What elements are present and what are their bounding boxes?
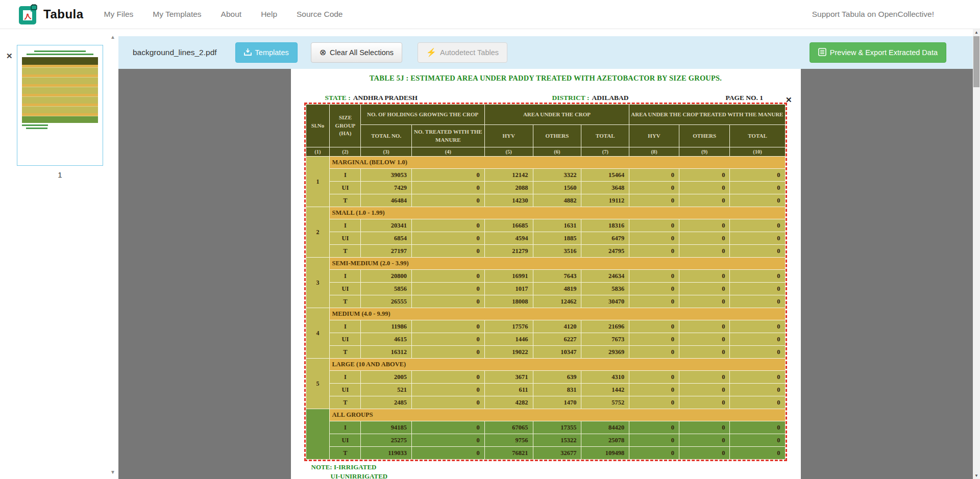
value-cell: 0	[679, 447, 730, 460]
remove-file-icon[interactable]: ✕	[6, 52, 13, 61]
value-cell: 0	[679, 320, 730, 333]
selection-close-icon[interactable]: ✕	[786, 95, 792, 105]
value-cell: 0	[629, 434, 679, 447]
export-table-icon	[818, 48, 826, 58]
value-cell: 611	[484, 384, 533, 396]
value-cell: 0	[629, 232, 679, 245]
value-cell: 0	[412, 295, 485, 308]
sidebar-scroll-up-icon[interactable]: ▲	[110, 34, 115, 40]
subheader-others: OTHERS	[533, 125, 581, 147]
value-cell: 5836	[581, 283, 629, 295]
value-cell: 639	[533, 371, 581, 384]
value-cell: 521	[361, 384, 412, 396]
value-cell: 0	[679, 421, 730, 434]
table-row: T46484014230488219112000	[306, 194, 785, 207]
group-label: MEDIUM (4.0 - 9.99)	[330, 308, 785, 320]
value-cell: 0	[730, 421, 785, 434]
pdf-note: NOTE: I-IRRIGATED UI-UNIRRIGATED	[311, 463, 388, 479]
pdf-data-table: Sl.No SIZE GROUP (HA) NO. OF HOLDINGS GR…	[306, 104, 786, 460]
value-cell: 0	[629, 396, 679, 409]
nav-about[interactable]: About	[221, 10, 242, 19]
value-cell: 20341	[361, 219, 412, 232]
value-cell: 16991	[484, 270, 533, 283]
value-cell: 119033	[361, 447, 412, 460]
row-type-cell: UI	[330, 434, 361, 447]
value-cell: 16685	[484, 219, 533, 232]
value-cell: 19022	[484, 346, 533, 359]
value-cell: 39053	[361, 169, 412, 182]
nav-help[interactable]: Help	[261, 10, 277, 19]
support-link[interactable]: Support Tabula on OpenCollective!	[812, 10, 934, 19]
value-cell: 26555	[361, 295, 412, 308]
table-row: I39053012142332215464000	[306, 169, 785, 182]
tabula-app: Tabula My Files My Templates About Help …	[0, 0, 980, 479]
subheader-others2: OTHERS	[679, 125, 730, 147]
row-type-cell: UI	[330, 232, 361, 245]
row-type-cell: UI	[330, 182, 361, 194]
value-cell: 2088	[484, 182, 533, 194]
document-filename: background_lines_2.pdf	[133, 48, 217, 57]
value-cell: 0	[679, 182, 730, 194]
clear-circle-x-icon: ⊗	[320, 48, 326, 57]
value-cell: 0	[679, 232, 730, 245]
value-cell: 0	[629, 182, 679, 194]
value-cell: 4594	[484, 232, 533, 245]
value-cell: 0	[679, 434, 730, 447]
value-cell: 1885	[533, 232, 581, 245]
value-cell: 0	[730, 295, 785, 308]
pdf-page[interactable]: TABLE 5J : ESTIMATED AREA UNDER PADDY TR…	[291, 69, 801, 479]
value-cell: 0	[730, 434, 785, 447]
value-cell: 0	[730, 371, 785, 384]
value-cell: 0	[679, 384, 730, 396]
pdf-table-body: 1MARGINAL (BELOW 1.0)I390530121423322154…	[306, 157, 785, 460]
group-band-row: 5LARGE (10 AND ABOVE)	[306, 359, 785, 371]
slno-cell: 1	[306, 157, 330, 207]
clear-all-selections-button[interactable]: ⊗ Clear All Selections	[311, 42, 402, 63]
value-cell: 0	[629, 295, 679, 308]
brand[interactable]: Tabula	[19, 4, 84, 24]
group-band-row: 4MEDIUM (4.0 - 9.99)	[306, 308, 785, 320]
value-cell: 1470	[533, 396, 581, 409]
page-thumbnail[interactable]	[17, 45, 103, 166]
value-cell: 27197	[361, 245, 412, 258]
slno-cell: 5	[306, 359, 330, 409]
value-cell: 21279	[484, 245, 533, 258]
table-row: T163120190221034729369000	[306, 346, 785, 359]
subheader-no-treated: NO. TREATED WITH THE MANURE	[412, 125, 485, 147]
row-type-cell: I	[330, 320, 361, 333]
value-cell: 0	[412, 232, 485, 245]
scrollbar-thumb[interactable]	[973, 36, 979, 87]
row-type-cell: I	[330, 169, 361, 182]
scrollbar-up-icon[interactable]: ▲	[973, 30, 980, 35]
nav-source-code[interactable]: Source Code	[297, 10, 342, 19]
sidebar-scroll-down-icon[interactable]: ▼	[110, 469, 115, 475]
header-slno: Sl.No	[306, 105, 330, 147]
district-field: DISTRICT :ADILABAD	[552, 94, 629, 102]
table-selection-box[interactable]: ✕ Sl.No SIZE GROUP (HA)	[304, 103, 787, 461]
templates-button[interactable]: Templates	[235, 42, 298, 63]
value-cell: 0	[679, 396, 730, 409]
nav-my-templates[interactable]: My Templates	[153, 10, 201, 19]
value-cell: 1017	[484, 283, 533, 295]
value-cell: 4615	[361, 333, 412, 346]
slno-cell: 4	[306, 308, 330, 359]
value-cell: 0	[679, 333, 730, 346]
value-cell: 17355	[533, 421, 581, 434]
value-cell: 5856	[361, 283, 412, 295]
value-cell: 0	[412, 194, 485, 207]
value-cell: 4282	[484, 396, 533, 409]
row-type-cell: I	[330, 270, 361, 283]
value-cell: 1631	[533, 219, 581, 232]
value-cell: 6479	[581, 232, 629, 245]
value-cell: 10347	[533, 346, 581, 359]
slno-cell	[306, 409, 330, 460]
scrollbar-down-icon[interactable]: ▼	[973, 473, 980, 478]
table-row: UI58560101748195836000	[306, 283, 785, 295]
document-area: TABLE 5J : ESTIMATED AREA UNDER PADDY TR…	[118, 69, 973, 479]
table-row: I2005036716394310000	[306, 371, 785, 384]
nav-my-files[interactable]: My Files	[104, 10, 134, 19]
value-cell: 9756	[484, 434, 533, 447]
preview-export-button[interactable]: Preview & Export Extracted Data	[810, 42, 946, 63]
value-cell: 0	[730, 245, 785, 258]
autodetect-tables-button[interactable]: ⚡ Autodetect Tables	[418, 42, 507, 63]
